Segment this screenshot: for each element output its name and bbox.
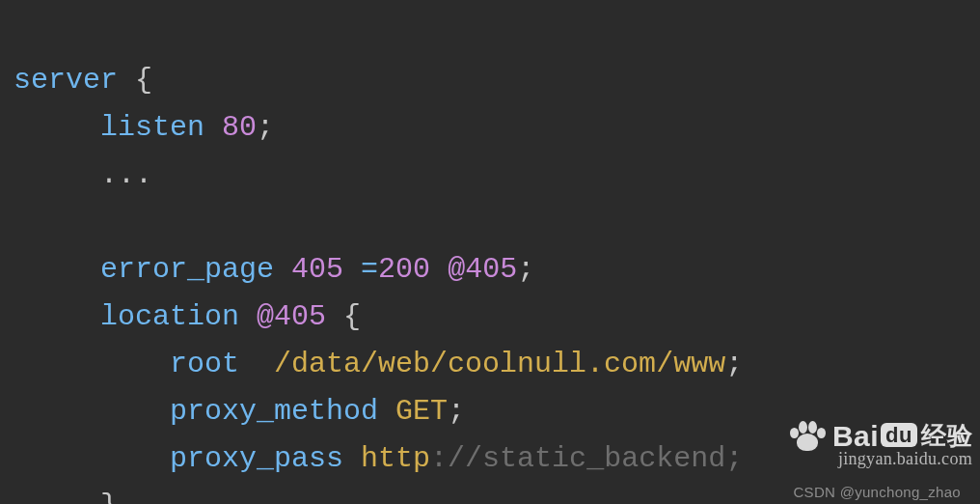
code-405a: 405 — [291, 253, 343, 286]
code-line-3: ... — [14, 158, 152, 191]
named-loc-a: @405 — [448, 253, 517, 286]
root-path: /data/web/coolnull.com/www — [274, 348, 725, 380]
code-line-9: } — [14, 490, 118, 504]
named-loc-b: @405 — [257, 300, 326, 333]
eq-sign: = — [361, 253, 378, 286]
kw-root: root — [170, 348, 239, 380]
code-200: 200 — [378, 253, 430, 286]
semi: ; — [517, 253, 534, 286]
code-line-1: server { — [14, 64, 152, 97]
code-line-4: error_page 405 =200 @405; — [14, 253, 534, 286]
code-blank — [14, 206, 31, 238]
kw-listen: listen — [100, 111, 204, 144]
semi: ; — [448, 395, 465, 428]
backend-host: static_backend — [482, 442, 725, 475]
code-line-7: proxy_method GET; — [14, 395, 465, 428]
port-num: 80 — [222, 111, 257, 144]
semi: ; — [257, 111, 274, 144]
kw-proxy-pass: proxy_pass — [170, 442, 343, 475]
semi: ; — [725, 442, 743, 475]
kw-error-page: error_page — [100, 253, 274, 286]
method-get: GET — [395, 395, 448, 428]
semi: ; — [725, 348, 743, 380]
code-line-8: proxy_pass http://static_backend; — [14, 442, 743, 475]
code-line-6: root /data/web/coolnull.com/www; — [14, 348, 743, 380]
code-line-5: location @405 { — [14, 300, 361, 333]
url-sep: :// — [430, 442, 482, 475]
open-brace: { — [135, 64, 152, 97]
kw-server: server — [14, 64, 118, 97]
kw-proxy-method: proxy_method — [170, 395, 378, 428]
open-brace: { — [343, 300, 361, 333]
code-line-2: listen 80; — [14, 111, 274, 144]
code-editor: server { listen 80; ... error_page 405 =… — [0, 0, 980, 504]
scheme: http — [361, 442, 430, 475]
ellipsis: ... — [100, 158, 152, 191]
close-brace: } — [100, 490, 118, 504]
kw-location: location — [100, 300, 239, 333]
